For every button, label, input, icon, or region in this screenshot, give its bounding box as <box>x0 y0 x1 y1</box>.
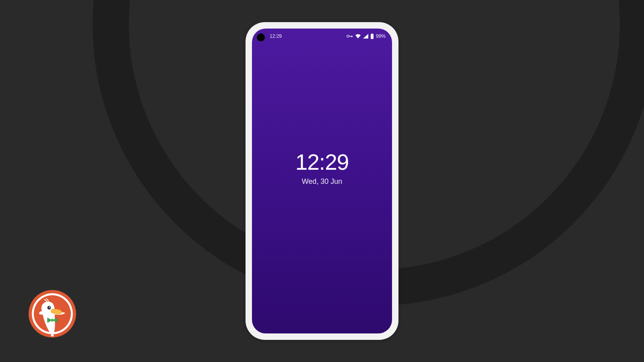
status-time: 12:29 <box>270 33 282 39</box>
status-bar-right: 99% <box>347 33 386 39</box>
svg-rect-1 <box>349 36 352 36</box>
lock-screen-clock: 12:29 Wed, 30 Jun <box>252 149 392 186</box>
status-bar: 12:29 <box>252 29 392 44</box>
lock-screen-date: Wed, 30 Jun <box>252 177 392 186</box>
phone-frame: 12:29 <box>246 22 398 340</box>
cell-signal-icon <box>363 34 368 39</box>
promo-canvas: 12:29 <box>0 0 644 362</box>
vpn-key-icon <box>347 34 353 38</box>
svg-rect-3 <box>352 36 353 37</box>
svg-point-0 <box>347 35 349 37</box>
wifi-icon <box>355 34 361 39</box>
battery-icon <box>370 33 374 39</box>
svg-point-9 <box>47 306 51 310</box>
battery-percentage: 99% <box>376 33 386 39</box>
svg-rect-4 <box>372 33 373 34</box>
phone-screen[interactable]: 12:29 <box>252 29 392 333</box>
status-bar-left: 12:29 <box>270 33 282 39</box>
svg-point-10 <box>49 306 50 308</box>
svg-rect-2 <box>351 36 351 37</box>
svg-rect-5 <box>371 34 374 39</box>
lock-screen-time: 12:29 <box>252 149 392 175</box>
duckduckgo-logo <box>28 290 76 338</box>
